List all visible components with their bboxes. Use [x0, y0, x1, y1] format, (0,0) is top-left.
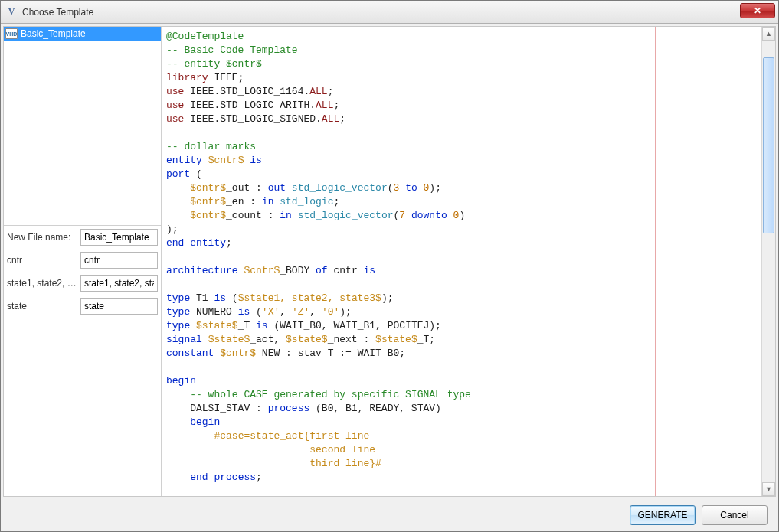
right-margin-guide [655, 27, 656, 496]
property-row: state1, state2, state3 [4, 272, 161, 295]
template-list[interactable]: VHD Basic_Template [4, 27, 161, 226]
window-title: Choose Template [22, 7, 93, 18]
code-text[interactable]: @CodeTemplate-- Basic Code Template-- en… [162, 27, 761, 496]
app-icon: V [5, 6, 18, 18]
template-item-label: Basic_Template [21, 28, 86, 39]
scroll-thumb[interactable] [763, 57, 774, 233]
vertical-scrollbar[interactable]: ▲ ▼ [761, 27, 775, 496]
state-input[interactable] [80, 298, 158, 315]
file-icon: VHD [5, 28, 18, 39]
close-icon: ✕ [754, 5, 761, 16]
code-preview-pane: @CodeTemplate-- Basic Code Template-- en… [162, 27, 775, 496]
property-row: state [4, 295, 161, 318]
generate-button[interactable]: GENERATE [630, 505, 696, 525]
cntr-input[interactable] [80, 252, 158, 269]
property-row: cntr [4, 249, 161, 272]
property-label: cntr [4, 255, 80, 266]
scroll-down-arrow-icon[interactable]: ▼ [762, 482, 775, 496]
titlebar: V Choose Template ✕ [1, 1, 778, 24]
property-grid: New File name: cntr state1, state2, stat… [4, 226, 161, 496]
property-label: New File name: [4, 232, 80, 243]
left-column: VHD Basic_Template New File name: cntr s… [4, 27, 162, 496]
close-button[interactable]: ✕ [740, 3, 775, 18]
states-input[interactable] [80, 275, 158, 292]
property-label: state1, state2, state3 [4, 278, 80, 289]
template-item[interactable]: VHD Basic_Template [4, 27, 161, 41]
property-label: state [4, 301, 80, 312]
property-row: New File name: [4, 226, 161, 249]
new-file-name-input[interactable] [80, 229, 158, 246]
button-bar: GENERATE Cancel [1, 499, 778, 531]
body-area: VHD Basic_Template New File name: cntr s… [3, 26, 776, 497]
dialog-window: V Choose Template ✕ VHD Basic_Template N… [0, 0, 779, 532]
cancel-button[interactable]: Cancel [702, 505, 768, 525]
scroll-up-arrow-icon[interactable]: ▲ [762, 27, 775, 41]
scroll-track[interactable] [762, 41, 775, 482]
